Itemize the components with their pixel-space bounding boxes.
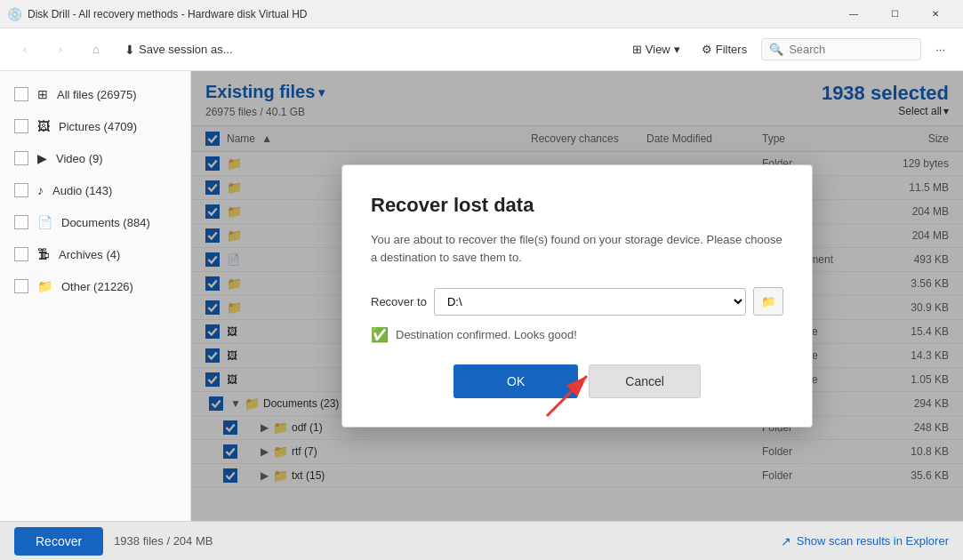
main-layout: ⊞ All files (26975) 🖼 Pictures (4709) ▶ …	[0, 71, 963, 521]
sidebar-item-all-files[interactable]: ⊞ All files (26975)	[0, 78, 190, 110]
sidebar: ⊞ All files (26975) 🖼 Pictures (4709) ▶ …	[0, 71, 191, 521]
show-explorer-button[interactable]: ↗ Show scan results in Explorer	[781, 534, 949, 548]
filters-button[interactable]: ⚙ Filters	[694, 39, 754, 60]
sidebar-checkbox-pictures[interactable]	[14, 119, 28, 133]
sidebar-item-archives[interactable]: 🗜 Archives (4)	[0, 238, 190, 270]
browse-button[interactable]: 📁	[753, 287, 783, 316]
search-box: 🔍	[761, 38, 921, 60]
maximize-button[interactable]: ☐	[874, 0, 915, 28]
modal-title: Recover lost data	[371, 194, 783, 217]
view-icon: ⊞	[632, 43, 642, 56]
filter-icon: ⚙	[702, 43, 712, 56]
search-input[interactable]	[789, 43, 913, 56]
modal-description: You are about to recover the file(s) fou…	[371, 231, 783, 266]
sidebar-checkbox-other[interactable]	[14, 279, 28, 293]
more-button[interactable]: ···	[928, 39, 952, 60]
grid-icon: ⊞	[37, 87, 48, 101]
sidebar-item-documents[interactable]: 📄 Documents (884)	[0, 206, 190, 238]
sidebar-checkbox-documents[interactable]	[14, 215, 28, 229]
sidebar-item-other[interactable]: 📁 Other (21226)	[0, 270, 190, 302]
sidebar-label-audio: Audio (143)	[52, 184, 112, 197]
sidebar-label-archives: Archives (4)	[59, 248, 120, 261]
ok-button[interactable]: OK	[453, 364, 578, 398]
sidebar-checkbox-archives[interactable]	[14, 247, 28, 261]
sidebar-item-pictures[interactable]: 🖼 Pictures (4709)	[0, 110, 190, 142]
explorer-icon: ↗	[781, 534, 791, 548]
sidebar-label-video: Video (9)	[56, 152, 103, 165]
titlebar: 💿 Disk Drill - All recovery methods - Ha…	[0, 0, 963, 28]
image-icon: 🖼	[37, 119, 50, 133]
titlebar-title: Disk Drill - All recovery methods - Hard…	[28, 8, 833, 20]
home-button[interactable]: ⌂	[82, 36, 110, 64]
sidebar-label-documents: Documents (884)	[61, 216, 150, 229]
toolbar: ‹ › ⌂ ⬇ Save session as... ⊞ View ▾ ⚙ Fi…	[0, 28, 963, 71]
sidebar-label-pictures: Pictures (4709)	[59, 120, 137, 133]
folder-browse-icon: 📁	[761, 295, 776, 308]
video-icon: ▶	[37, 151, 47, 165]
forward-button[interactable]: ›	[46, 36, 75, 64]
doc-icon: 📄	[37, 215, 52, 229]
recover-modal: Recover lost data You are about to recov…	[341, 164, 813, 428]
other-icon: 📁	[37, 279, 52, 293]
bottom-bar: Recover 1938 files / 204 MB ↗ Show scan …	[0, 521, 963, 560]
recover-button[interactable]: Recover	[14, 527, 103, 556]
file-count-label: 1938 files / 204 MB	[114, 534, 213, 548]
app-icon: 💿	[7, 7, 22, 21]
window-controls: — ☐ ✕	[833, 0, 956, 28]
view-button[interactable]: ⊞ View ▾	[625, 39, 687, 60]
save-icon: ⬇	[124, 43, 135, 57]
modal-overlay: Recover lost data You are about to recov…	[191, 71, 963, 521]
recover-to-row: Recover to D:\ C:\ E:\ 📁	[371, 287, 783, 316]
close-button[interactable]: ✕	[915, 0, 956, 28]
sidebar-label-all-files: All files (26975)	[57, 88, 137, 101]
music-icon: ♪	[37, 183, 44, 197]
view-chevron-icon: ▾	[674, 43, 680, 56]
save-session-button[interactable]: ⬇ Save session as...	[117, 39, 240, 60]
archive-icon: 🗜	[37, 247, 50, 261]
check-circle-icon: ✅	[371, 326, 389, 343]
sidebar-item-video[interactable]: ▶ Video (9)	[0, 142, 190, 174]
cancel-button[interactable]: Cancel	[589, 364, 701, 398]
minimize-button[interactable]: —	[833, 0, 874, 28]
sidebar-checkbox-all-files[interactable]	[14, 87, 28, 101]
sidebar-label-other: Other (21226)	[61, 280, 133, 293]
sidebar-checkbox-audio[interactable]	[14, 183, 28, 197]
search-icon: 🔍	[769, 43, 783, 56]
destination-select[interactable]: D:\ C:\ E:\	[434, 288, 746, 316]
sidebar-checkbox-video[interactable]	[14, 151, 28, 165]
sidebar-item-audio[interactable]: ♪ Audio (143)	[0, 174, 190, 206]
back-button[interactable]: ‹	[11, 36, 39, 64]
recover-to-label: Recover to	[371, 295, 427, 308]
destination-confirmed: ✅ Destination confirmed. Looks good!	[371, 326, 783, 343]
modal-actions: OK Cancel	[371, 364, 783, 398]
content-area: Existing files ▾ 26975 files / 40.1 GB 1…	[191, 71, 963, 521]
